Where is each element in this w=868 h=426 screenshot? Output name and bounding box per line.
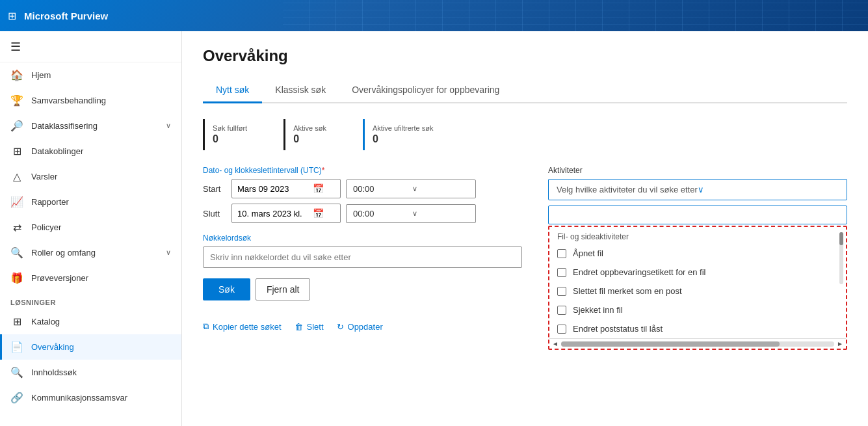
- activity-item-slettet-fil[interactable]: Slettet fil merket som en post: [549, 282, 835, 300]
- activity-label: Endret poststatus til låst: [573, 324, 663, 334]
- top-banner: ⊞ Microsoft Purview: [0, 0, 868, 31]
- activity-section-title: Fil- og sideaktiviteter: [549, 227, 835, 244]
- audit-icon: 📄: [10, 341, 23, 353]
- waffle-icon[interactable]: ⊞: [8, 10, 16, 22]
- sidebar-item-label: Overvåking: [31, 342, 74, 352]
- bottom-actions: ⧉ Kopier dette søket 🗑 Slett ↻ Oppdater: [203, 321, 522, 332]
- tab-nytt-sok[interactable]: Nytt søk: [203, 78, 262, 103]
- activity-search-input[interactable]: [548, 206, 847, 224]
- stat-label-aktive-ufiltrerte: Aktive ufiltrerte søk: [373, 124, 434, 132]
- sidebar-item-innholdssok[interactable]: 🔍 Innholdssøk: [0, 360, 181, 385]
- sidebar-item-samvarsbehandling[interactable]: 🏆 Samvarsbehandling: [0, 88, 181, 113]
- comm-icon: 🔗: [10, 392, 23, 404]
- sidebar-item-label: Prøveversjoner: [31, 273, 88, 283]
- page-title: Overvåking: [203, 47, 847, 65]
- sidebar-item-label: Policyer: [31, 222, 61, 232]
- sidebar-item-label: Innholdssøk: [31, 367, 77, 377]
- chevron-down-icon: ∨: [412, 185, 469, 193]
- classify-icon: 🔎: [10, 120, 23, 132]
- activity-label: Sjekket inn fil: [573, 305, 623, 315]
- sidebar-item-policyer[interactable]: ⇄ Policyer: [0, 215, 181, 240]
- stats-row: Søk fullført 0 Aktive søk 0 Aktive ufilt…: [203, 119, 847, 150]
- end-label: Slutt: [203, 209, 226, 219]
- stat-aktive-sok: Aktive søk 0: [283, 119, 342, 150]
- activity-item-sjekket-inn-fil[interactable]: Sjekket inn fil: [549, 300, 835, 319]
- search-button[interactable]: Søk: [203, 278, 250, 300]
- sidebar: ☰ 🏠 Hjem 🏆 Samvarsbehandling 🔎 Dataklass…: [0, 31, 182, 426]
- activity-item-endret-poststatus[interactable]: Endret poststatus til låst: [549, 319, 835, 338]
- sidebar-item-label: Datakoblinger: [31, 146, 83, 156]
- scrollbar-track[interactable]: [839, 232, 843, 284]
- copy-search-action[interactable]: ⧉ Kopier dette søket: [203, 321, 282, 332]
- scroll-right-icon[interactable]: ►: [837, 340, 843, 347]
- datetime-label: Dato- og klokkeslettintervall (UTC)*: [203, 166, 522, 175]
- solutions-section-label: Løsninger: [0, 291, 181, 309]
- stat-sok-fullfort: Søk fullført 0: [203, 119, 263, 150]
- chevron-down-icon: ∨: [166, 248, 171, 257]
- chevron-down-icon: ∨: [412, 209, 469, 218]
- sidebar-item-katalog[interactable]: ⊞ Katalog: [0, 309, 181, 334]
- end-date-field[interactable]: [237, 209, 309, 219]
- checkbox-slettet-fil[interactable]: [557, 287, 566, 296]
- sidebar-item-dataklassifisering[interactable]: 🔎 Dataklassifisering ∨: [0, 113, 181, 139]
- tab-klassisk-sok[interactable]: Klassisk søk: [262, 78, 339, 103]
- tab-overvakingspolicyer[interactable]: Overvåkingspolicyer for oppbevaring: [339, 78, 512, 103]
- sidebar-item-overvaking[interactable]: 📄 Overvåking: [0, 334, 181, 360]
- checkbox-endret-oppbevaringsetikett[interactable]: [557, 268, 566, 277]
- activities-dropdown[interactable]: Velg hvilke aktiviteter du vil søke ette…: [548, 179, 847, 200]
- sidebar-item-roller-og-omfang[interactable]: 🔍 Roller og omfang ∨: [0, 240, 181, 265]
- start-date-field[interactable]: [237, 184, 309, 194]
- policy-icon: ⇄: [10, 221, 23, 233]
- main-layout: ☰ 🏠 Hjem 🏆 Samvarsbehandling 🔎 Dataklass…: [0, 31, 868, 426]
- trial-icon: 🎁: [10, 272, 23, 284]
- sidebar-item-label: Katalog: [31, 317, 60, 326]
- calendar-icon[interactable]: 📅: [313, 183, 324, 194]
- stat-value-sok-fullfort: 0: [213, 133, 247, 145]
- sidebar-item-datakoblinger[interactable]: ⊞ Datakoblinger: [0, 139, 181, 164]
- checkbox-sjekket-inn-fil[interactable]: [557, 306, 566, 315]
- sidebar-item-label: Dataklassifisering: [31, 121, 98, 131]
- keyword-field-group: Nøkkelordsøk: [203, 233, 522, 268]
- app-title: Microsoft Purview: [24, 10, 108, 21]
- update-action[interactable]: ↻ Oppdater: [337, 322, 383, 332]
- end-time-select[interactable]: 00:00 ∨: [346, 204, 476, 223]
- calendar-icon[interactable]: 📅: [313, 208, 324, 219]
- activities-dropdown-label: Velg hvilke aktiviteter du vil søke ette…: [557, 185, 698, 194]
- activities-label: Aktiviteter: [548, 166, 847, 175]
- keyword-input[interactable]: [203, 246, 522, 268]
- content-area: Overvåking Nytt søk Klassisk søk Overvåk…: [182, 31, 868, 426]
- sidebar-item-label: Varsler: [31, 172, 57, 181]
- copy-icon: ⧉: [203, 321, 209, 332]
- sidebar-item-label: Roller og omfang: [31, 248, 96, 258]
- start-time-select[interactable]: 00:00 ∨: [346, 180, 476, 198]
- form-left: Dato- og klokkeslettintervall (UTC)* Sta…: [203, 166, 522, 350]
- activity-item-endret-oppbevaringsetikett[interactable]: Endret oppbevaringsetikett for en fil: [549, 263, 835, 282]
- delete-label: Slett: [307, 322, 324, 332]
- catalog-icon: ⊞: [10, 315, 23, 328]
- sidebar-item-hjem[interactable]: 🏠 Hjem: [0, 62, 181, 88]
- clear-button[interactable]: Fjern alt: [256, 278, 311, 300]
- activity-list-panel: Fil- og sideaktiviteter Åpnet fil Endret…: [548, 226, 847, 350]
- datetime-field-group: Dato- og klokkeslettintervall (UTC)* Sta…: [203, 166, 522, 223]
- sidebar-item-varsler[interactable]: △ Varsler: [0, 164, 181, 189]
- sidebar-item-rapporter[interactable]: 📈 Rapporter: [0, 189, 181, 215]
- alert-icon: △: [10, 170, 23, 183]
- h-scrollbar-track[interactable]: [561, 341, 834, 347]
- sidebar-item-kommunikasjonssamsvar[interactable]: 🔗 Kommunikasjonssamsvar: [0, 385, 181, 410]
- scroll-left-icon[interactable]: ◄: [552, 340, 559, 347]
- end-date-input[interactable]: 📅: [231, 204, 341, 223]
- end-row: Slutt 📅 00:00 ∨: [203, 204, 522, 223]
- activity-label: Åpnet fil: [573, 248, 603, 258]
- sidebar-item-label: Hjem: [31, 70, 51, 80]
- sidebar-item-proveversjoner[interactable]: 🎁 Prøveversjoner: [0, 265, 181, 291]
- checkbox-apnet-fil[interactable]: [557, 249, 566, 258]
- tab-bar: Nytt søk Klassisk søk Overvåkingspolicye…: [203, 78, 847, 103]
- start-date-input[interactable]: 📅: [231, 179, 341, 198]
- hamburger-icon[interactable]: ☰: [10, 40, 21, 54]
- delete-action[interactable]: 🗑 Slett: [295, 322, 324, 332]
- horizontal-scrollbar[interactable]: ◄ ►: [549, 338, 846, 349]
- activity-item-apnet-fil[interactable]: Åpnet fil: [549, 244, 835, 263]
- refresh-icon: ↻: [337, 322, 344, 332]
- checkbox-endret-poststatus[interactable]: [557, 325, 566, 334]
- start-time-value: 00:00: [353, 184, 410, 194]
